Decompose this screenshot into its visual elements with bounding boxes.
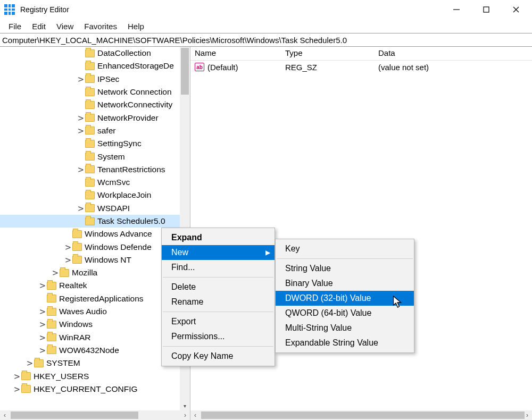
ctx-new-label: New [171,248,188,257]
tree-item[interactable]: WcmSvc [0,176,190,189]
scrollbar-track[interactable] [200,410,522,420]
expand-toggle-icon[interactable]: > [38,347,47,354]
list-row[interactable]: ab (Default) REG_SZ (value not set) [190,61,532,73]
ctx-new-dword[interactable]: DWORD (32-bit) Value [276,291,414,306]
ctx-new-string[interactable]: String Value [276,261,414,276]
minimize-button[interactable] [442,0,471,19]
tree-item-label: Network Connection [97,87,172,97]
address-bar[interactable]: Computer\HKEY_LOCAL_MACHINE\SOFTWARE\Pol… [0,33,532,47]
menu-view[interactable]: View [51,21,79,32]
expand-toggle-icon[interactable]: > [38,308,47,315]
tree-item-label: Windows [59,320,93,329]
tree-item-label: IPSec [97,74,119,84]
tree-item-label: Windows Defende [85,242,152,252]
column-name[interactable]: Name [190,47,281,60]
maximize-button[interactable] [471,0,501,19]
tree-item[interactable]: NetworkConnectivity [0,98,190,111]
tree-item[interactable]: WorkplaceJoin [0,189,190,201]
scrollbar-thumb[interactable] [201,411,525,419]
ctx-delete[interactable]: Delete [162,280,275,295]
close-button[interactable] [501,0,531,19]
expand-toggle-icon[interactable]: > [77,166,85,173]
tree-item-label: WSDAPI [97,204,130,213]
folder-icon [72,243,82,251]
tree-item-label: Mozilla [72,268,97,278]
menu-help[interactable]: Help [122,21,149,32]
folder-icon [85,165,95,173]
expand-toggle-icon[interactable]: > [77,205,85,212]
column-type[interactable]: Type [281,47,374,60]
ctx-copy-key-name[interactable]: Copy Key Name [162,349,275,364]
ctx-expand[interactable]: Expand [162,230,275,245]
menu-separator [163,312,273,312]
list-horizontal-scrollbar[interactable]: ‹ › [190,410,532,420]
expand-toggle-icon[interactable]: > [13,385,21,393]
tree-item[interactable]: >HKEY_USERS [0,369,190,382]
folder-icon [85,153,95,161]
tree-item[interactable]: Network Connection [0,86,190,98]
title-bar: Registry Editor [0,0,532,19]
tree-item[interactable]: >TenantRestrictions [0,163,190,176]
expand-toggle-icon[interactable]: > [26,359,34,367]
tree-item[interactable]: DataCollection [0,47,190,60]
ctx-new-qword[interactable]: QWORD (64-bit) Value [276,306,414,321]
tree-item[interactable]: >HKEY_CURRENT_CONFIG [0,383,190,396]
tree-item-label: DataCollection [97,48,151,58]
menu-file[interactable]: File [3,21,27,32]
tree-item-label: Windows Advance [85,229,152,239]
hscroll-row: ‹ › ‹ › [0,410,532,420]
expand-toggle-icon[interactable]: > [77,114,85,122]
tree-horizontal-scrollbar[interactable]: ‹ › [0,410,190,420]
ctx-rename[interactable]: Rename [162,295,275,309]
expand-toggle-icon[interactable]: > [64,256,72,264]
expand-toggle-icon[interactable]: > [38,334,47,341]
folder-icon [47,282,56,290]
menu-separator [163,277,273,278]
expand-toggle-icon[interactable]: > [38,321,47,328]
tree-item-label: System [97,152,125,162]
folder-icon [21,372,31,380]
scrollbar-thumb[interactable] [181,48,189,95]
expand-toggle-icon[interactable]: > [77,75,85,83]
menu-separator [163,346,273,347]
scroll-left-icon[interactable]: ‹ [0,411,10,419]
folder-icon [21,385,31,393]
folder-icon [72,256,82,264]
ctx-new-expandable-string[interactable]: Expandable String Value [276,335,414,350]
tree-item[interactable]: >IPSec [0,73,190,86]
ctx-new-multi-string[interactable]: Multi-String Value [276,321,414,335]
column-data[interactable]: Data [374,47,532,60]
tree-item-label: Realtek [59,281,87,290]
expand-toggle-icon[interactable]: > [64,243,72,251]
tree-item[interactable]: >safer [0,124,190,137]
tree-item[interactable]: EnhancedStorageDe [0,60,190,72]
ctx-new-key[interactable]: Key [276,241,414,256]
ctx-new[interactable]: New▶ [162,245,275,260]
expand-toggle-icon[interactable]: > [51,269,60,276]
tree-item[interactable]: Task Scheduler5.0 [0,215,190,228]
ctx-find[interactable]: Find... [162,260,275,275]
menu-favorites[interactable]: Favorites [79,21,122,32]
ctx-permissions[interactable]: Permissions... [162,329,275,344]
tree-item[interactable]: >NetworkProvider [0,111,190,124]
expand-toggle-icon[interactable]: > [77,127,85,135]
scrollbar-track[interactable] [10,410,180,420]
tree-item[interactable]: System [0,150,190,163]
tree-item[interactable]: >WSDAPI [0,202,190,215]
ctx-export[interactable]: Export [162,314,275,329]
ctx-new-binary[interactable]: Binary Value [276,276,414,291]
folder-icon [85,88,95,96]
scroll-down-icon[interactable]: ▾ [180,401,190,410]
scroll-left-icon[interactable]: ‹ [190,411,200,419]
scrollbar-thumb[interactable] [11,411,138,419]
svg-rect-1 [484,7,489,12]
list-header: Name Type Data [190,47,532,61]
menu-edit[interactable]: Edit [27,21,51,32]
expand-toggle-icon[interactable]: > [38,282,47,289]
folder-icon [60,269,69,277]
scroll-right-icon[interactable]: › [180,411,190,419]
expand-toggle-icon[interactable]: > [13,373,21,380]
folder-icon [85,204,95,212]
tree-item[interactable]: SettingSync [0,137,190,150]
string-value-icon: ab [195,63,204,71]
